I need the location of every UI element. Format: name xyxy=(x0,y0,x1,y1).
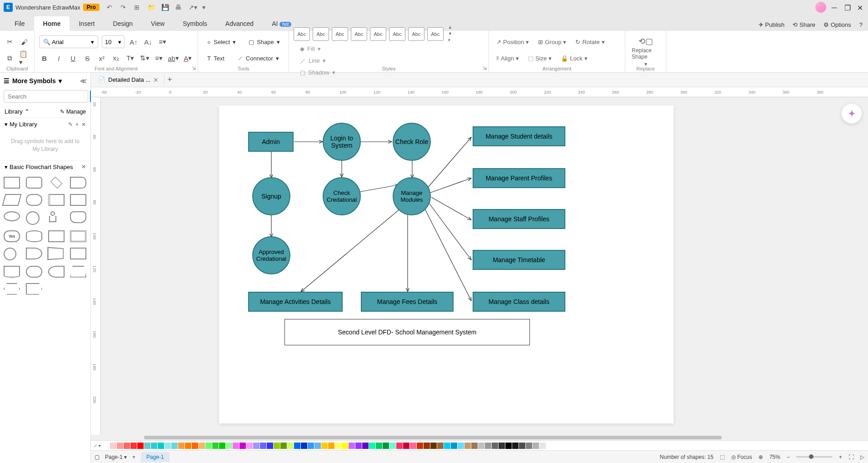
lib-edit-icon[interactable]: ✎ xyxy=(68,121,73,128)
style-preset-5[interactable]: Abc xyxy=(370,27,386,41)
style-preset-8[interactable]: Abc xyxy=(427,27,444,41)
color-swatch[interactable] xyxy=(158,443,164,449)
shape-trapezoid[interactable] xyxy=(70,266,86,278)
page-add-icon[interactable]: + xyxy=(132,454,135,460)
layout-icon[interactable]: ▢ xyxy=(95,454,100,460)
color-swatch[interactable] xyxy=(519,443,525,449)
tab-close-icon[interactable]: ✕ xyxy=(153,76,159,84)
lib-add-icon[interactable]: + xyxy=(75,121,79,128)
shape-connector[interactable] xyxy=(4,248,16,260)
color-swatch[interactable] xyxy=(369,443,375,449)
color-swatch[interactable] xyxy=(185,443,191,449)
highlight-icon[interactable]: ab▾ xyxy=(168,53,179,64)
position-dropdown[interactable]: ↗ Position▾ xyxy=(494,35,532,49)
color-swatch[interactable] xyxy=(314,443,321,449)
color-swatch[interactable] xyxy=(308,443,314,449)
shape-capsule[interactable] xyxy=(26,194,42,206)
underline-icon[interactable]: U xyxy=(68,53,79,64)
case-icon[interactable]: T▾ xyxy=(125,53,136,64)
color-swatch[interactable] xyxy=(267,443,273,449)
node-student[interactable]: Manage Student details xyxy=(473,126,565,146)
hamburger-icon[interactable]: ☰ xyxy=(4,77,10,85)
style-preset-4[interactable]: Abc xyxy=(351,27,367,41)
color-swatch[interactable] xyxy=(219,443,225,449)
zoom-in-icon[interactable]: + xyxy=(839,454,842,460)
color-swatch[interactable] xyxy=(301,443,307,449)
color-swatch[interactable] xyxy=(246,443,253,449)
zoom-out-icon[interactable]: − xyxy=(787,454,790,460)
print-icon[interactable]: 🖶 xyxy=(175,4,182,11)
color-swatch[interactable] xyxy=(274,443,280,449)
color-swatch[interactable] xyxy=(178,443,185,449)
zoom-slider[interactable] xyxy=(796,456,833,458)
color-swatch[interactable] xyxy=(485,443,491,449)
more-icon[interactable]: ▾ xyxy=(202,4,210,11)
share-button[interactable]: ⟲ Share xyxy=(793,21,815,28)
fill-dropdown[interactable]: ◆ Fill ▾ xyxy=(300,43,484,55)
style-up-icon[interactable]: ▲ xyxy=(448,25,454,30)
shape-document[interactable] xyxy=(70,177,86,189)
color-swatch[interactable] xyxy=(410,443,416,449)
fullscreen-icon[interactable]: ⛶ xyxy=(848,454,854,460)
page-selector[interactable]: Page-1 ▾ xyxy=(105,454,127,460)
minimize-icon[interactable]: ─ xyxy=(832,4,839,11)
style-preset-1[interactable]: Abc xyxy=(294,27,310,41)
shape-rectangle[interactable] xyxy=(4,177,20,189)
shape-hexagon[interactable] xyxy=(4,283,20,295)
color-swatch[interactable] xyxy=(451,443,457,449)
node-parent[interactable]: Manage Parent Profiles xyxy=(473,168,565,188)
style-more-icon[interactable]: ▾ xyxy=(448,38,454,43)
line-dropdown[interactable]: ／ Line ▾ xyxy=(300,55,484,67)
menu-design[interactable]: Design xyxy=(104,16,142,31)
shape-tool[interactable]: ▢ Shape ▾ xyxy=(244,35,284,49)
node-fees[interactable]: Manage Fees Details xyxy=(361,292,454,312)
node-timetable[interactable]: Manage Timetable xyxy=(473,250,565,270)
style-preset-3[interactable]: Abc xyxy=(332,27,348,41)
canvas[interactable]: Admin Login to System Check Role Signup … xyxy=(101,97,868,435)
node-manage-modules[interactable]: Manage Modules xyxy=(393,177,431,215)
color-swatch[interactable] xyxy=(233,443,239,449)
lib-close-icon[interactable]: ✕ xyxy=(81,121,86,128)
color-swatch[interactable] xyxy=(103,443,110,449)
page-tab[interactable]: Page-1 xyxy=(141,452,170,462)
color-swatch[interactable] xyxy=(124,443,130,449)
color-swatch[interactable] xyxy=(424,443,430,449)
color-swatch[interactable] xyxy=(199,443,205,449)
my-library-section[interactable]: My Library xyxy=(10,121,37,128)
menu-insert[interactable]: Insert xyxy=(70,16,104,31)
redo-icon[interactable]: ↷ xyxy=(120,4,128,11)
menu-file[interactable]: File xyxy=(5,16,34,31)
menu-home[interactable]: Home xyxy=(34,16,70,31)
color-swatch[interactable] xyxy=(464,443,471,449)
color-swatch[interactable] xyxy=(492,443,498,449)
color-swatch[interactable] xyxy=(444,443,450,449)
shape-wave[interactable] xyxy=(4,266,20,278)
publish-button[interactable]: ✈ Publish xyxy=(758,21,785,28)
color-swatch[interactable] xyxy=(430,443,437,449)
color-swatch[interactable] xyxy=(137,443,144,449)
shape-cylinder[interactable] xyxy=(26,230,42,242)
color-swatch[interactable] xyxy=(117,443,123,449)
library-label[interactable]: Library xyxy=(5,108,23,115)
italic-icon[interactable]: I xyxy=(54,53,65,64)
presentation-icon[interactable]: ▷ xyxy=(860,454,864,460)
color-swatch[interactable] xyxy=(342,443,348,449)
layers-icon[interactable]: ⬚ xyxy=(720,454,725,460)
shape-internal[interactable] xyxy=(70,194,86,206)
focus-button[interactable]: ◎ Focus xyxy=(731,454,752,460)
style-preset-7[interactable]: Abc xyxy=(408,27,424,41)
cut-icon[interactable]: ✂ xyxy=(5,36,15,47)
collapse-panel-icon[interactable]: ≪ xyxy=(80,77,87,85)
new-icon[interactable]: ⊞ xyxy=(134,4,141,11)
color-swatch[interactable] xyxy=(539,443,546,449)
color-swatch[interactable] xyxy=(239,443,246,449)
strikethrough-icon[interactable]: S xyxy=(82,53,93,64)
manage-library-button[interactable]: ✎ Manage xyxy=(60,109,86,115)
connector-tool[interactable]: ⟋ Connector ▾ xyxy=(233,51,284,65)
options-button[interactable]: ⚙ Options xyxy=(823,21,851,28)
color-swatch[interactable] xyxy=(376,443,382,449)
color-swatch[interactable] xyxy=(226,443,232,449)
basic-shapes-section[interactable]: Basic Flowchart Shapes xyxy=(10,164,73,170)
shape-predefined[interactable] xyxy=(48,194,65,206)
color-swatch[interactable] xyxy=(512,443,519,449)
